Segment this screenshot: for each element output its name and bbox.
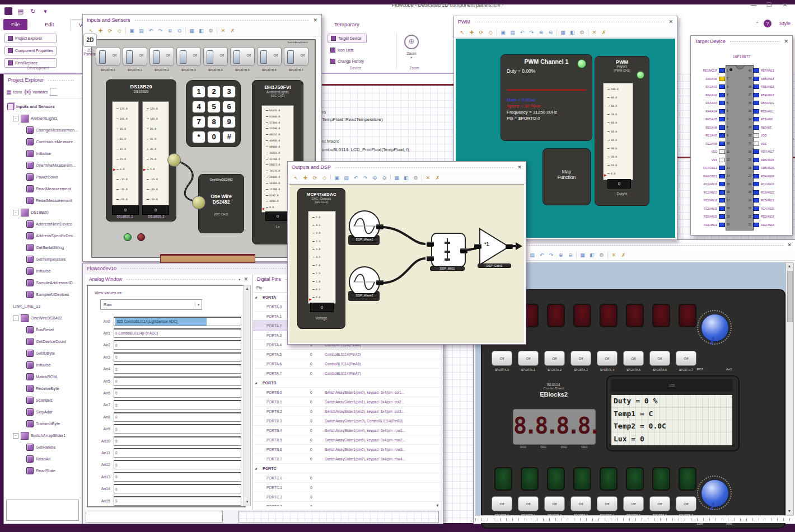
analog-value-input[interactable]: 825 ComboBL0114(LightSensor ADC) bbox=[114, 317, 241, 326]
paste-icon[interactable]: ▤ bbox=[138, 27, 145, 35]
pin-icon[interactable] bbox=[719, 125, 725, 130]
pin-icon[interactable] bbox=[753, 198, 759, 203]
pin-icon[interactable] bbox=[753, 117, 759, 121]
tree-item-readstate[interactable]: ReadState bbox=[4, 465, 83, 477]
undo-icon[interactable]: ↶ bbox=[352, 175, 359, 182]
restore-button[interactable]: ❐ bbox=[761, 2, 777, 8]
pin-icon[interactable] bbox=[753, 206, 759, 211]
pin-icon[interactable] bbox=[753, 133, 759, 138]
pin-icon[interactable] bbox=[719, 117, 725, 121]
customize-toolbar-icon[interactable]: ▾ bbox=[41, 7, 49, 15]
pin-icon[interactable] bbox=[753, 190, 759, 195]
tree-item-busreset[interactable]: BusReset bbox=[4, 324, 83, 336]
wire-connector-icon[interactable] bbox=[192, 196, 205, 209]
redo-icon[interactable]: ↷ bbox=[157, 27, 164, 35]
scroll-down-icon[interactable]: ▾ bbox=[244, 499, 250, 505]
analog-value-input[interactable]: 0 bbox=[114, 364, 241, 374]
keypad-key-8[interactable]: 8 bbox=[207, 116, 221, 128]
zoom-in-icon[interactable]: ⊕ bbox=[371, 175, 378, 182]
analog-value-input[interactable]: 0 bbox=[114, 376, 241, 386]
dsp-wave2-component[interactable]: DSP_Wave2 bbox=[348, 266, 380, 301]
tree-item-gettemperature[interactable]: GetTemperature bbox=[4, 253, 83, 265]
tree-item-skipaddr[interactable]: SkipAddr bbox=[4, 406, 83, 418]
toggle-switch[interactable]: Off bbox=[284, 47, 308, 66]
close-icon[interactable]: ✕ bbox=[313, 17, 317, 23]
toggle-switch[interactable]: Off bbox=[230, 47, 255, 66]
redo-icon[interactable]: ↷ bbox=[528, 29, 535, 36]
toggle-switch[interactable]: Off bbox=[203, 47, 228, 66]
pot-knob[interactable] bbox=[697, 310, 732, 345]
close-button[interactable]: ✕ bbox=[777, 2, 793, 8]
push-button[interactable]: Off bbox=[623, 496, 644, 511]
expander-icon[interactable]: - bbox=[13, 433, 18, 439]
copy-icon[interactable]: ▣ bbox=[128, 27, 135, 35]
pin-icon[interactable] bbox=[753, 223, 759, 227]
pwm-duty-scale[interactable]: 100.090.080.070.060.050.040.030.020.010.… bbox=[603, 83, 633, 180]
push-button[interactable]: Off bbox=[676, 351, 696, 366]
tab-macros-partial[interactable] bbox=[50, 88, 57, 96]
component-icon[interactable]: ◧ bbox=[588, 252, 596, 259]
tree-item-powerdown[interactable]: PowerDown bbox=[4, 171, 83, 183]
clear-icon[interactable]: ✗ bbox=[229, 27, 236, 35]
keypad-key-6[interactable]: 6 bbox=[222, 101, 236, 113]
digital-pin-portc-1[interactable]: PORTC.10 bbox=[253, 483, 441, 492]
toggle-switch[interactable]: Off bbox=[96, 47, 120, 66]
pin-icon[interactable] bbox=[719, 149, 725, 154]
keypad-key-star[interactable]: * bbox=[192, 131, 205, 143]
expander-icon[interactable]: - bbox=[13, 116, 18, 121]
delete-icon[interactable]: ✕ bbox=[591, 29, 598, 36]
delete-icon[interactable]: ✕ bbox=[610, 252, 618, 259]
digital-pin-portb-2[interactable]: PORTB.20SwitchArraySlider1(pin2), keypad… bbox=[253, 407, 441, 416]
clear-icon[interactable]: ✗ bbox=[600, 29, 607, 36]
tree-item-scanbus[interactable]: ScanBus bbox=[4, 394, 83, 406]
ds18b20-component[interactable]: DS18B20 DS18B20 125.0105.085.065.045.025… bbox=[106, 79, 176, 222]
scroll-up-icon[interactable]: ▲ bbox=[786, 263, 793, 270]
component-icon[interactable]: ◧ bbox=[403, 175, 410, 182]
push-button[interactable]: Off bbox=[492, 496, 512, 511]
digital-pin-portc-0[interactable]: PORTC.00 bbox=[253, 473, 441, 483]
zoom-out-icon[interactable]: ⊖ bbox=[567, 252, 574, 259]
pin-icon[interactable] bbox=[753, 158, 759, 162]
settings-icon[interactable]: ⚙ bbox=[207, 27, 214, 35]
tree-item-inputs-and-sensors[interactable]: Inputs and Sensors bbox=[4, 101, 83, 112]
pin-icon[interactable] bbox=[719, 182, 725, 186]
undo-icon[interactable]: ↶ bbox=[538, 252, 545, 259]
analog-value-input[interactable]: 0 bbox=[114, 424, 241, 434]
pan-tool-icon[interactable]: ✚ bbox=[468, 29, 475, 36]
digital-pin-portb-3[interactable]: PORTB.30SwitchArraySlider1(pin3), ComboB… bbox=[253, 416, 441, 426]
push-button[interactable]: Off bbox=[570, 351, 591, 366]
analog-value-input[interactable]: 0 bbox=[114, 412, 241, 422]
keypad-key-4[interactable]: 4 bbox=[192, 101, 205, 113]
digital-pin-portb-0[interactable]: PORTB.00SwitchArraySlider1(pin0), keypad… bbox=[253, 388, 441, 397]
pin-icon[interactable] bbox=[753, 174, 759, 178]
voltage-scale[interactable]: 5.04.54.03.53.02.52.01.51.00.50.0▶ bbox=[308, 211, 336, 304]
tree-item-addressnextdevice[interactable]: AddressNextDevice bbox=[4, 218, 83, 230]
digital-pin-porta-5[interactable]: PORTA.50ComboBL0114(PinA5) bbox=[253, 350, 441, 359]
tree-item-addressspecificdev-[interactable]: AddressSpecificDev... bbox=[4, 230, 83, 242]
pin-icon[interactable] bbox=[719, 174, 725, 178]
close-icon[interactable]: ✕ bbox=[787, 242, 792, 248]
pin-icon[interactable] bbox=[753, 84, 759, 89]
scroll-down-icon[interactable]: ▼ bbox=[786, 508, 793, 515]
grab-tool-icon[interactable]: ◇ bbox=[116, 27, 123, 35]
clear-icon[interactable]: ✗ bbox=[434, 175, 441, 182]
expander-icon[interactable]: - bbox=[13, 210, 18, 215]
tab-icons[interactable]: ▦ Icons bbox=[6, 89, 22, 95]
digital-group-portc[interactable]: ◢PORTC bbox=[253, 464, 441, 473]
digital-pin-portb-4[interactable]: PORTB.40SwitchArraySlider1(pin4), keypad… bbox=[253, 426, 441, 435]
chart-icon[interactable]: ▦ bbox=[579, 252, 586, 259]
tree-item-onewireds2482[interactable]: -OneWireDS2482 bbox=[4, 312, 83, 324]
analog-scrollbar[interactable]: ▲ ▾ bbox=[244, 285, 251, 506]
tree-item-link-line-13[interactable]: LINK_LINE_13 bbox=[4, 300, 83, 312]
dsp-mixer-component[interactable]: DSP_MIX1 bbox=[425, 233, 464, 273]
push-button[interactable]: Off bbox=[676, 496, 696, 511]
tree-item-resetmeasurement[interactable]: ResetMeasurement bbox=[4, 195, 83, 206]
analog-value-input[interactable]: 0 bbox=[114, 472, 241, 482]
zoom-in-icon[interactable]: ⊕ bbox=[166, 27, 174, 35]
analog-value-input[interactable]: 0 bbox=[114, 400, 241, 409]
tree-item-receivebyte[interactable]: ReceiveByte bbox=[4, 383, 83, 394]
pin-icon[interactable] bbox=[719, 77, 725, 81]
keypad-key-hash[interactable]: # bbox=[222, 131, 236, 143]
keypad-key-1[interactable]: 1 bbox=[192, 86, 205, 98]
rotate-tool-icon[interactable]: ⟳ bbox=[311, 175, 319, 182]
